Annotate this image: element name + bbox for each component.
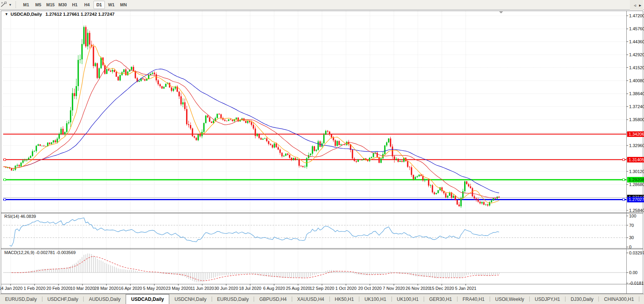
chart-tab-usdcad-daily[interactable]: USDCAD,Daily: [126, 294, 169, 304]
chart-tab-fra40-h1[interactable]: FRA40,H1: [457, 294, 490, 304]
horizontal-line-1.31405[interactable]: [3, 159, 627, 161]
timeframe-button-H4[interactable]: H4: [81, 1, 93, 9]
line-anchor-marker[interactable]: [623, 199, 625, 201]
svg-text:1.45760: 1.45760: [629, 26, 644, 31]
chart-tab-usoil[interactable]: USOil,: [639, 294, 644, 304]
svg-text:1 Feb 2020: 1 Feb 2020: [24, 286, 46, 291]
svg-text:1.34206: 1.34206: [629, 132, 644, 136]
chart-tab-eurusd-daily[interactable]: EURUSD,Daily: [212, 294, 254, 304]
price-badge-1.31405: 1.31405: [627, 157, 644, 162]
svg-text:1.42920: 1.42920: [629, 52, 644, 57]
chart-tab-usdjpy-h1[interactable]: USDJPY,H1: [530, 294, 565, 304]
macd-histogram: [4, 254, 499, 282]
chart-tab-gbpusd-h4[interactable]: GBPUSD,H4: [254, 294, 291, 304]
svg-text:0.00: 0.00: [629, 270, 637, 275]
line-anchor-marker[interactable]: [623, 179, 625, 181]
date-axis: 14 Jan 20201 Feb 202020 Feb 202010 Mar 2…: [0, 284, 476, 291]
timeframe-button-H1[interactable]: H1: [69, 1, 80, 9]
pane-borders: [1, 11, 644, 294]
toolbar-grip[interactable]: [15, 2, 17, 8]
line-anchor-marker[interactable]: [4, 179, 6, 181]
chart-tab-usdchf-daily[interactable]: USDCHF,Daily: [42, 294, 84, 304]
chart-tab-bar: EURUSD,DailyUSDCHF,DailyAUDUSD,DailyUSDC…: [0, 294, 644, 304]
svg-text:14 Jan 2020: 14 Jan 2020: [0, 286, 22, 291]
horizontal-lines: [3, 134, 627, 201]
svg-text:25 Aug 2020: 25 Aug 2020: [286, 286, 310, 291]
svg-text:20 Oct 2020: 20 Oct 2020: [358, 286, 382, 291]
chart-canvas[interactable]: 1.472001.457601.443601.429201.415201.400…: [0, 0, 644, 304]
svg-text:1.32960: 1.32960: [629, 143, 644, 148]
timeframe-button-M15[interactable]: M15: [45, 1, 56, 9]
price-badge-1.27027: 1.27027: [627, 197, 644, 202]
svg-text:26 Nov 2020: 26 Nov 2020: [406, 286, 430, 291]
horizontal-line-1.27027[interactable]: [3, 199, 627, 201]
top-toolbar: ▼ M1M5M15M30H1H4D1W1MN: [0, 0, 644, 10]
macd-signal-line: [11, 256, 499, 281]
svg-text:70: 70: [629, 223, 634, 228]
tab-scroll-controls: ◃ ▸: [630, 0, 643, 10]
svg-text:5 Jan 2021: 5 Jan 2021: [455, 286, 476, 291]
chart-tab-audusd-daily[interactable]: AUDUSD,Daily: [84, 294, 126, 304]
svg-text:100: 100: [629, 214, 636, 218]
price-badge-1.29208: 1.29208: [627, 177, 644, 182]
chart-tab-usoil-weekly[interactable]: USOil,Weekly: [490, 294, 529, 304]
rsi-line: [10, 218, 499, 246]
timeframe-button-M1[interactable]: M1: [20, 1, 32, 9]
line-anchor-marker[interactable]: [4, 159, 6, 161]
line-anchor-marker[interactable]: [623, 159, 625, 161]
svg-text:1.25840: 1.25840: [629, 208, 644, 213]
svg-text:12 Sep 2020: 12 Sep 2020: [310, 286, 334, 291]
svg-text:23 May 2020: 23 May 2020: [166, 286, 191, 291]
timeframe-button-M5[interactable]: M5: [33, 1, 44, 9]
svg-text:1 Oct 2020: 1 Oct 2020: [335, 286, 357, 291]
svg-text:30: 30: [629, 235, 634, 240]
svg-text:1.40080: 1.40080: [629, 78, 644, 83]
svg-text:-0.018154: -0.018154: [629, 281, 644, 286]
svg-text:1.35800: 1.35800: [629, 117, 644, 122]
svg-text:1.27027: 1.27027: [629, 197, 644, 202]
svg-text:1.37240: 1.37240: [629, 104, 644, 109]
svg-text:11 Jun 2020: 11 Jun 2020: [190, 286, 214, 291]
tab-scroll-right-icon[interactable]: ▸: [639, 3, 641, 8]
chart-tab-xauusd-h4[interactable]: XAUUSD,H4: [292, 294, 329, 304]
svg-text:18 Jul 2020: 18 Jul 2020: [239, 286, 262, 291]
svg-text:5 May 2020: 5 May 2020: [143, 286, 165, 291]
tab-scroll-left-icon[interactable]: ◃: [634, 3, 636, 8]
svg-text:6 Aug 2020: 6 Aug 2020: [263, 286, 285, 291]
chart-tab-uk100-h1[interactable]: UK100,H1: [392, 294, 424, 304]
timeframe-button-W1[interactable]: W1: [106, 1, 117, 9]
chart-tab-hk50-h1[interactable]: HK50,H1: [330, 294, 359, 304]
line-anchor-marker[interactable]: [4, 199, 6, 201]
chart-tab-china300-h1[interactable]: CHINA300,H1: [599, 294, 639, 304]
svg-text:15 Dec 2020: 15 Dec 2020: [430, 286, 454, 291]
chart-tab-usdcnh-daily[interactable]: USDCNH,Daily: [169, 294, 211, 304]
timeframe-button-MN[interactable]: MN: [118, 1, 129, 9]
horizontal-line-1.29208[interactable]: [3, 179, 627, 181]
timeframe-button-D1[interactable]: D1: [93, 1, 105, 9]
svg-text:0.032972: 0.032972: [629, 251, 644, 255]
svg-text:16 Apr 2020: 16 Apr 2020: [119, 286, 142, 291]
chart-tab-eurusd-daily[interactable]: EURUSD,Daily: [0, 294, 42, 304]
svg-text:1.31405: 1.31405: [629, 157, 644, 162]
svg-text:10 Mar 2020: 10 Mar 2020: [70, 286, 95, 291]
price-axis: 1.472001.457601.443601.429201.415201.400…: [627, 13, 644, 286]
svg-text:30 Jun 2020: 30 Jun 2020: [214, 286, 238, 291]
chevron-down-icon[interactable]: ▼: [9, 3, 12, 7]
svg-text:28 Mar 2020: 28 Mar 2020: [94, 286, 119, 291]
chart-shift-marker: [499, 11, 503, 13]
svg-text:1.38640: 1.38640: [629, 91, 644, 96]
chart-tab-uk100-h1[interactable]: UK100,H1: [359, 294, 391, 304]
price-badge-1.34206: 1.34206: [627, 131, 644, 137]
svg-text:7 Nov 2020: 7 Nov 2020: [383, 286, 405, 291]
svg-text:1.41520: 1.41520: [629, 65, 644, 70]
svg-text:1.30120: 1.30120: [629, 169, 644, 174]
svg-text:1.29208: 1.29208: [629, 177, 644, 182]
svg-text:0: 0: [629, 245, 631, 249]
timeframe-button-M30[interactable]: M30: [57, 1, 68, 9]
crosshair-draw-icon[interactable]: [1, 2, 8, 8]
svg-text:20 Feb 2020: 20 Feb 2020: [46, 286, 71, 291]
svg-text:1.47200: 1.47200: [629, 13, 644, 18]
chart-tab-dj30-daily[interactable]: DJ30,Daily: [565, 294, 598, 304]
chart-tab-ger30-h1[interactable]: GER30,H1: [424, 294, 457, 304]
svg-text:1.44360: 1.44360: [629, 39, 644, 44]
